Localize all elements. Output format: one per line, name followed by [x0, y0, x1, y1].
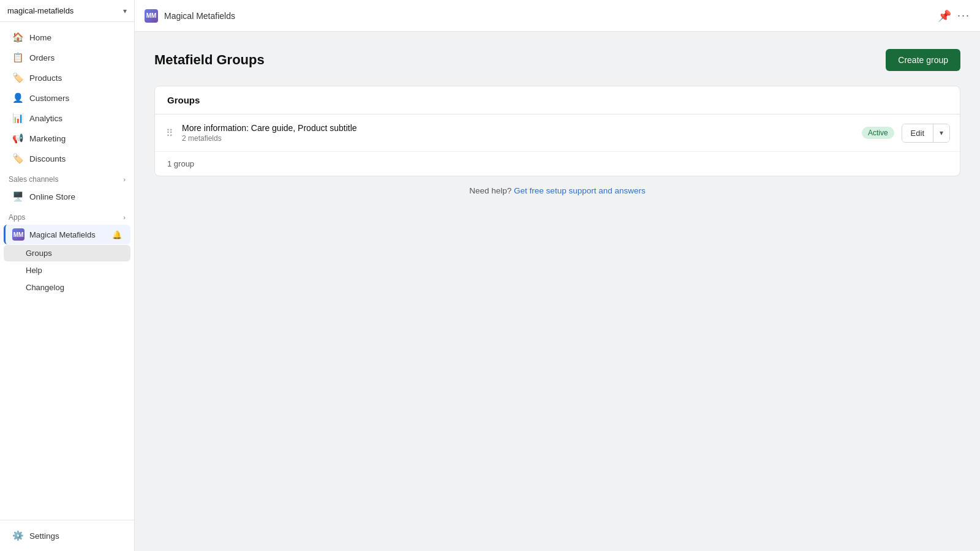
groups-footer: 1 group [155, 152, 960, 176]
sidebar-item-orders[interactable]: 📋 Orders [4, 48, 130, 67]
customers-icon: 👤 [12, 92, 23, 103]
main-nav: 🏠 Home 📋 Orders 🏷️ Products 👤 Customers … [0, 22, 134, 520]
sidebar-item-groups[interactable]: Groups [4, 245, 130, 261]
marketing-icon: 📢 [12, 133, 23, 144]
create-group-button[interactable]: Create group [886, 49, 960, 71]
online-store-icon: 🖥️ [12, 191, 23, 202]
sidebar-item-marketing[interactable]: 📢 Marketing [4, 129, 130, 148]
settings-icon: ⚙️ [12, 530, 23, 541]
page-header: Metafield Groups Create group [154, 49, 960, 71]
products-icon: 🏷️ [12, 72, 23, 83]
content-area: Metafield Groups Create group Groups ⠿ M… [135, 32, 980, 551]
more-icon[interactable]: ··· [957, 9, 970, 22]
chevron-down-icon: ▾ [123, 7, 127, 15]
group-name: More information: Care guide, Product su… [182, 123, 854, 133]
store-selector[interactable]: magical-metafields ▾ [0, 0, 134, 22]
sidebar-item-products[interactable]: 🏷️ Products [4, 68, 130, 88]
sidebar-item-label: Orders [29, 53, 55, 62]
store-name: magical-metafields [7, 6, 118, 15]
sidebar-item-label: Marketing [29, 134, 66, 143]
edit-button-group: Edit ▾ [902, 124, 950, 143]
sidebar-item-label: Settings [29, 531, 59, 541]
apps-chevron-icon[interactable]: › [123, 214, 126, 221]
pin-icon[interactable]: 📌 [938, 9, 951, 23]
analytics-icon: 📊 [12, 113, 23, 124]
sidebar-item-label: Discounts [29, 154, 66, 163]
app-name-label: Magical Metafields [29, 230, 96, 239]
help-link[interactable]: Get free setup support and answers [514, 186, 646, 195]
chevron-right-icon[interactable]: › [123, 176, 126, 183]
sidebar-item-magical-metafields[interactable]: MM Magical Metafields 🔔 [4, 225, 130, 244]
sidebar-item-discounts[interactable]: 🏷️ Discounts [4, 149, 130, 168]
groups-card-header: Groups [155, 86, 960, 114]
sidebar-item-label: Home [29, 33, 51, 42]
groups-card: Groups ⠿ More information: Care guide, P… [154, 86, 960, 176]
sidebar-item-settings[interactable]: ⚙️ Settings [4, 526, 130, 545]
dropdown-button[interactable]: ▾ [933, 124, 949, 142]
group-info: More information: Care guide, Product su… [182, 123, 854, 143]
status-badge: Active [862, 127, 894, 139]
sidebar-item-changelog[interactable]: Changelog [4, 279, 130, 296]
sidebar: magical-metafields ▾ 🏠 Home 📋 Orders 🏷️ … [0, 0, 135, 551]
sidebar-item-label: Online Store [29, 192, 75, 201]
topbar: MM Magical Metafields 📌 ··· [135, 0, 980, 32]
discounts-icon: 🏷️ [12, 153, 23, 164]
sidebar-item-analytics[interactable]: 📊 Analytics [4, 108, 130, 128]
topbar-app-logo: MM [145, 9, 158, 23]
sales-channels-header: Sales channels › [0, 169, 134, 186]
apps-header: Apps › [0, 207, 134, 224]
topbar-title: Magical Metafields [164, 11, 235, 21]
sidebar-item-customers[interactable]: 👤 Customers [4, 88, 130, 108]
home-icon: 🏠 [12, 32, 23, 43]
main-content: MM Magical Metafields 📌 ··· Metafield Gr… [135, 0, 980, 551]
help-text: Need help? Get free setup support and an… [154, 186, 960, 195]
sidebar-item-label: Products [29, 73, 62, 83]
bell-icon[interactable]: 🔔 [112, 230, 122, 239]
table-row: ⠿ More information: Care guide, Product … [155, 114, 960, 152]
orders-icon: 📋 [12, 52, 23, 63]
sidebar-bottom: ⚙️ Settings [0, 520, 134, 551]
sidebar-item-label: Analytics [29, 114, 62, 123]
page-title: Metafield Groups [154, 52, 265, 68]
sidebar-item-home[interactable]: 🏠 Home [4, 28, 130, 47]
sidebar-item-help[interactable]: Help [4, 262, 130, 279]
sidebar-item-online-store[interactable]: 🖥️ Online Store [4, 187, 130, 206]
drag-handle-icon[interactable]: ⠿ [165, 126, 175, 140]
group-meta: 2 metafields [182, 134, 854, 143]
sidebar-item-label: Customers [29, 94, 69, 103]
app-icon: MM [12, 228, 24, 241]
edit-button[interactable]: Edit [902, 124, 933, 142]
